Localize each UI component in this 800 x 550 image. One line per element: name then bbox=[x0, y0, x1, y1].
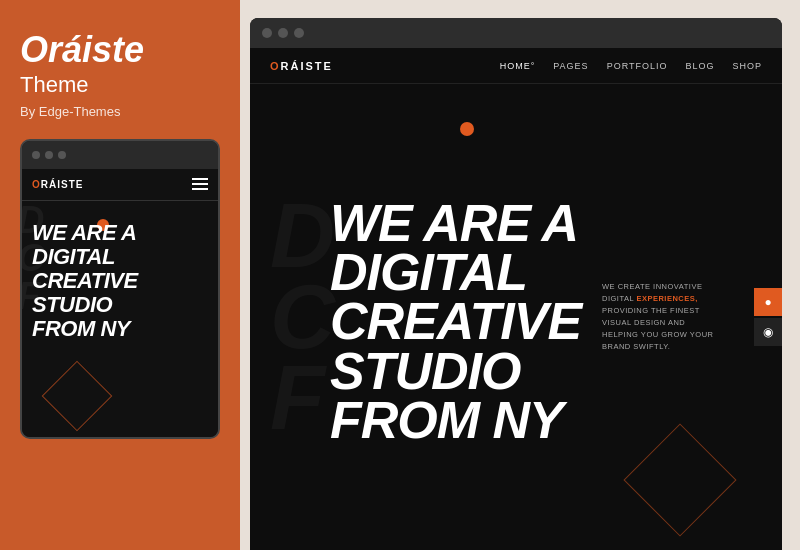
desktop-dot-3 bbox=[294, 28, 304, 38]
mobile-hero: DCF WE ARE ADIGITALCREATIVESTUDIOFROM NY bbox=[22, 201, 218, 439]
mobile-nav: ORÁISTE bbox=[22, 169, 218, 201]
desktop-side-btn-cart[interactable]: ◉ bbox=[754, 318, 782, 346]
mobile-headline: WE ARE ADIGITALCREATIVESTUDIOFROM NY bbox=[32, 221, 208, 342]
mobile-logo: ORÁISTE bbox=[32, 179, 83, 190]
desktop-side-buttons: ● ◉ bbox=[754, 288, 782, 346]
desktop-headline: WE ARE ADIGITALCREATIVESTUDIOFROM NY bbox=[330, 199, 581, 446]
desktop-browser: ORÁISTE HOME° PAGES PORTFOLIO BLOG SHOP … bbox=[250, 18, 782, 550]
ghost-line-2: C bbox=[270, 277, 333, 358]
desktop-dot-1 bbox=[262, 28, 272, 38]
left-panel: Oráiste Theme By Edge-Themes ORÁISTE DCF bbox=[0, 0, 240, 550]
mobile-dot-3 bbox=[58, 151, 66, 159]
ghost-line-3: F bbox=[270, 358, 333, 439]
desktop-ghost-text: D C F bbox=[270, 84, 333, 550]
desktop-logo: ORÁISTE bbox=[270, 60, 333, 72]
desktop-side-description: WE CREATE INNOVATIVE DIGITAL EXPERIENCES… bbox=[602, 281, 722, 353]
desktop-hero: D C F WE ARE ADIGITALCREATIVESTUDIOFROM … bbox=[250, 84, 782, 550]
theme-label: Theme bbox=[20, 72, 220, 98]
nav-link-shop[interactable]: SHOP bbox=[732, 61, 762, 71]
mobile-dot-1 bbox=[32, 151, 40, 159]
mobile-diamond-decoration bbox=[42, 360, 113, 431]
nav-link-home[interactable]: HOME° bbox=[500, 61, 536, 71]
theme-name: Oráiste bbox=[20, 30, 220, 70]
mobile-browser-bar bbox=[22, 141, 218, 169]
nav-link-blog[interactable]: BLOG bbox=[685, 61, 714, 71]
mobile-preview: ORÁISTE DCF WE ARE ADIGITALCREATIVESTUDI… bbox=[20, 139, 220, 439]
mobile-dot-2 bbox=[45, 151, 53, 159]
desktop-browser-bar bbox=[250, 18, 782, 48]
desktop-nav-links: HOME° PAGES PORTFOLIO BLOG SHOP bbox=[500, 61, 762, 71]
desktop-dot-2 bbox=[278, 28, 288, 38]
mobile-hamburger-icon[interactable] bbox=[192, 178, 208, 190]
mobile-hero-text: WE ARE ADIGITALCREATIVESTUDIOFROM NY bbox=[32, 221, 208, 342]
nav-link-pages[interactable]: PAGES bbox=[553, 61, 588, 71]
ghost-line-1: D bbox=[270, 196, 333, 277]
desktop-nav: ORÁISTE HOME° PAGES PORTFOLIO BLOG SHOP bbox=[250, 48, 782, 84]
desktop-diamond-decoration bbox=[623, 423, 736, 536]
theme-author: By Edge-Themes bbox=[20, 104, 220, 119]
desktop-tagline-text: WE CREATE INNOVATIVE DIGITAL EXPERIENCES… bbox=[602, 281, 722, 353]
search-icon: ● bbox=[764, 295, 771, 309]
desktop-headline-container: WE ARE ADIGITALCREATIVESTUDIOFROM NY bbox=[330, 114, 581, 530]
right-panel: ORÁISTE HOME° PAGES PORTFOLIO BLOG SHOP … bbox=[240, 0, 800, 550]
nav-link-portfolio[interactable]: PORTFOLIO bbox=[607, 61, 668, 71]
desktop-side-btn-search[interactable]: ● bbox=[754, 288, 782, 316]
cart-icon: ◉ bbox=[763, 325, 773, 339]
